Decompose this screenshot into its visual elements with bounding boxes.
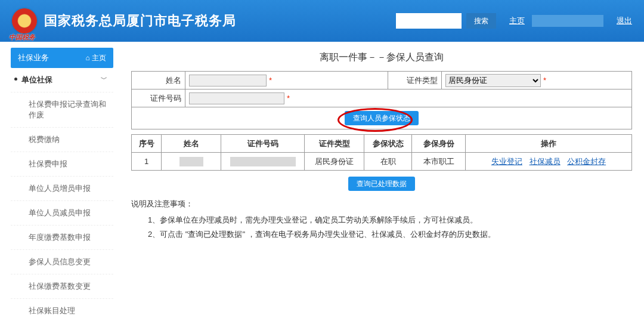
id-type-select[interactable]: 居民身份证 <box>445 74 541 87</box>
query-status-button[interactable]: 查询人员参保状态 <box>345 111 419 125</box>
required-mark: * <box>287 94 290 103</box>
sidebar-item[interactable]: 单位人员减员申报 <box>11 201 113 226</box>
app-header: 中国税务 国家税务总局厦门市电子税务局 搜索 主页 退出 <box>0 0 644 42</box>
id-no-input[interactable] <box>189 92 284 104</box>
sidebar-item[interactable]: 年度缴费基数申报 <box>11 226 113 250</box>
sidebar-header: 社保业务 主页 <box>11 48 113 68</box>
cell-seq: 1 <box>132 153 162 171</box>
cell-idtype: 居民身份证 <box>305 153 364 171</box>
op-reduce[interactable]: 社保减员 <box>530 157 561 166</box>
notes-item: 2、可点击 "查询已处理数据" ，查询在电子税务局办理失业登记、社保减员、公积金… <box>131 227 632 242</box>
sidebar-item[interactable]: 社保费申报 <box>11 152 113 177</box>
op-unemployment[interactable]: 失业登记 <box>491 157 522 166</box>
search-button[interactable]: 搜索 <box>466 13 496 29</box>
table-row: 1 居民身份证 在职 本市职工 失业登记 社保减员 公积金封存 <box>132 153 632 171</box>
result-table: 序号 姓名 证件号码 证件类型 参保状态 参保身份 操作 1 居民身份证 在职 … <box>131 134 632 171</box>
notes-section: 说明及注意事项： 1、参保单位在办理减员时，需先办理失业登记，确定员工劳动关系解… <box>131 197 632 242</box>
sidebar-parent-item[interactable]: 单位社保 <box>11 68 113 92</box>
content-area: 离职一件事－－参保人员查询 姓名 * 证件类型 居民身份证 * 证件号码 * <box>119 42 644 315</box>
th-seq: 序号 <box>132 135 162 153</box>
sidebar: 社保业务 主页 单位社保 社保费申报记录查询和作废 税费缴纳 社保费申报 单位人… <box>0 42 119 315</box>
cell-name <box>162 153 221 171</box>
sidebar-item[interactable]: 单位人员增员申报 <box>11 177 113 201</box>
th-identity: 参保身份 <box>412 135 466 153</box>
id-type-label: 证件类型 <box>388 72 442 89</box>
emblem-subtext: 中国税务 <box>9 33 35 42</box>
cell-idno <box>221 153 305 171</box>
query-form: 姓名 * 证件类型 居民身份证 * 证件号码 * 查询人员参保状态 <box>131 71 632 129</box>
th-name: 姓名 <box>162 135 221 153</box>
query-processed-button[interactable]: 查询已处理数据 <box>348 177 415 191</box>
th-ops: 操作 <box>466 135 632 153</box>
th-idtype: 证件类型 <box>305 135 364 153</box>
sidebar-home-link[interactable]: 主页 <box>85 53 106 63</box>
app-title: 国家税务总局厦门市电子税务局 <box>44 12 236 30</box>
required-mark: * <box>543 76 546 85</box>
name-label: 姓名 <box>132 72 185 89</box>
search-input[interactable] <box>396 13 462 29</box>
op-fund-seal[interactable]: 公积金封存 <box>567 157 606 166</box>
user-slot <box>532 15 603 27</box>
cell-status: 在职 <box>364 153 412 171</box>
sidebar-title: 社保业务 <box>18 52 49 63</box>
logout-link[interactable]: 退出 <box>617 16 632 26</box>
tax-emblem-icon: 中国税务 <box>12 8 37 33</box>
cell-identity: 本市职工 <box>412 153 466 171</box>
logo-area: 中国税务 国家税务总局厦门市电子税务局 <box>12 8 236 33</box>
notes-title: 说明及注意事项： <box>131 197 632 212</box>
sidebar-item[interactable]: 社保费申报记录查询和作废 <box>11 92 113 128</box>
sidebar-item[interactable]: 参保人员信息变更 <box>11 250 113 274</box>
required-mark: * <box>269 76 272 85</box>
id-no-label: 证件号码 <box>132 89 185 107</box>
name-input[interactable] <box>189 75 267 87</box>
notes-item: 1、参保单位在办理减员时，需先办理失业登记，确定员工劳动关系解除手续后，方可社保… <box>131 213 632 228</box>
header-right: 搜索 主页 退出 <box>396 13 632 29</box>
page-title: 离职一件事－－参保人员查询 <box>131 51 632 64</box>
home-link[interactable]: 主页 <box>509 16 525 26</box>
highlight-circle: 查询人员参保状态 <box>345 111 419 125</box>
sidebar-item[interactable]: 税费缴纳 <box>11 128 113 152</box>
th-idno: 证件号码 <box>221 135 305 153</box>
sidebar-item[interactable]: 社保账目处理 <box>11 299 113 315</box>
sidebar-item[interactable]: 社保缴费基数变更 <box>11 274 113 299</box>
th-status: 参保状态 <box>364 135 412 153</box>
cell-ops: 失业登记 社保减员 公积金封存 <box>466 153 632 171</box>
